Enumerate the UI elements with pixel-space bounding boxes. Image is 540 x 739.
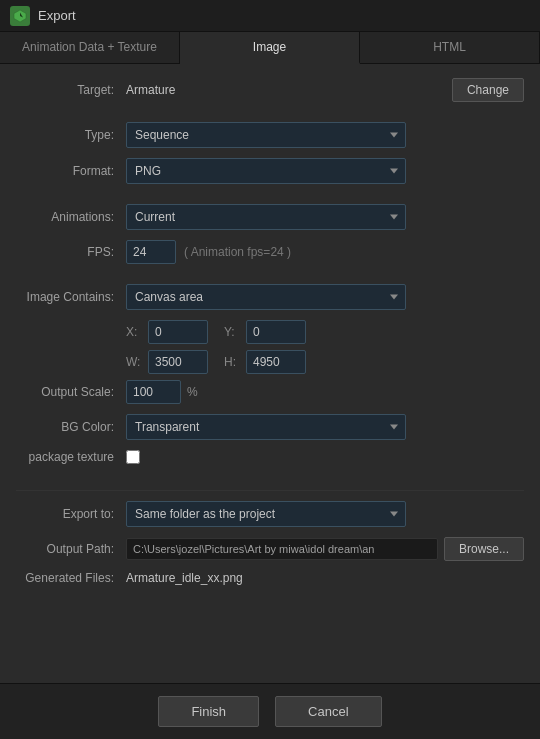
fps-note: ( Animation fps=24 )	[184, 245, 291, 259]
footer: Finish Cancel	[0, 683, 540, 739]
x-label: X:	[126, 325, 142, 339]
cancel-button[interactable]: Cancel	[275, 696, 381, 727]
tab-image[interactable]: Image	[180, 32, 360, 64]
image-contains-label: Image Contains:	[16, 290, 126, 304]
main-content: Target: Armature Change Type: Sequence S…	[0, 64, 540, 678]
title-bar-text: Export	[38, 8, 76, 23]
export-to-select-wrap: Same folder as the project Custom folder	[126, 501, 406, 527]
output-path-value: C:\Users\jozel\Pictures\Art by miwa\idol…	[126, 538, 438, 560]
bg-color-select-wrap: Transparent White Black Custom	[126, 414, 406, 440]
animations-label: Animations:	[16, 210, 126, 224]
package-texture-wrap	[126, 450, 140, 464]
image-contains-select[interactable]: Canvas area Sprite bounds Custom	[126, 284, 406, 310]
package-texture-row: package texture	[16, 450, 524, 464]
format-select-wrap: PNG JPG WebP	[126, 158, 406, 184]
xy-row: X: Y:	[126, 320, 524, 344]
output-path-row: Output Path: C:\Users\jozel\Pictures\Art…	[16, 537, 524, 561]
type-label: Type:	[16, 128, 126, 142]
fps-label: FPS:	[16, 245, 126, 259]
animations-select-wrap: Current All Selected	[126, 204, 406, 230]
bg-color-row: BG Color: Transparent White Black Custom	[16, 414, 524, 440]
app-icon	[10, 6, 30, 26]
type-select-wrap: Sequence Spritesheet Single	[126, 122, 406, 148]
title-bar: Export	[0, 0, 540, 32]
output-path-label: Output Path:	[16, 542, 126, 556]
generated-files-value: Armature_idle_xx.png	[126, 571, 243, 585]
generated-files-row: Generated Files: Armature_idle_xx.png	[16, 571, 524, 585]
browse-button[interactable]: Browse...	[444, 537, 524, 561]
y-input[interactable]	[246, 320, 306, 344]
target-label: Target:	[16, 83, 126, 97]
type-row: Type: Sequence Spritesheet Single	[16, 122, 524, 148]
export-to-row: Export to: Same folder as the project Cu…	[16, 501, 524, 527]
target-row: Target: Armature Change	[16, 78, 524, 102]
wh-row: W: H:	[126, 350, 524, 374]
scale-unit: %	[187, 385, 198, 399]
fps-row: FPS: ( Animation fps=24 )	[16, 240, 524, 264]
bg-color-label: BG Color:	[16, 420, 126, 434]
package-texture-checkbox[interactable]	[126, 450, 140, 464]
format-label: Format:	[16, 164, 126, 178]
format-select[interactable]: PNG JPG WebP	[126, 158, 406, 184]
animations-row: Animations: Current All Selected	[16, 204, 524, 230]
tab-animation[interactable]: Animation Data + Texture	[0, 32, 180, 63]
export-to-label: Export to:	[16, 507, 126, 521]
w-input[interactable]	[148, 350, 208, 374]
output-scale-input[interactable]	[126, 380, 181, 404]
change-button[interactable]: Change	[452, 78, 524, 102]
animations-select[interactable]: Current All Selected	[126, 204, 406, 230]
finish-button[interactable]: Finish	[158, 696, 259, 727]
generated-files-label: Generated Files:	[16, 571, 126, 585]
output-scale-label: Output Scale:	[16, 385, 126, 399]
output-scale-row: Output Scale: %	[16, 380, 524, 404]
xy-block: X: Y: W: H:	[126, 320, 524, 374]
tabs-bar: Animation Data + Texture Image HTML	[0, 32, 540, 64]
bg-color-select[interactable]: Transparent White Black Custom	[126, 414, 406, 440]
fps-input[interactable]	[126, 240, 176, 264]
format-row: Format: PNG JPG WebP	[16, 158, 524, 184]
export-to-select[interactable]: Same folder as the project Custom folder	[126, 501, 406, 527]
w-label: W:	[126, 355, 142, 369]
divider	[16, 490, 524, 491]
image-contains-select-wrap: Canvas area Sprite bounds Custom	[126, 284, 406, 310]
h-input[interactable]	[246, 350, 306, 374]
x-input[interactable]	[148, 320, 208, 344]
image-contains-row: Image Contains: Canvas area Sprite bound…	[16, 284, 524, 310]
h-label: H:	[224, 355, 240, 369]
target-value: Armature	[126, 83, 452, 97]
tab-html[interactable]: HTML	[360, 32, 540, 63]
package-texture-label: package texture	[16, 450, 126, 464]
type-select[interactable]: Sequence Spritesheet Single	[126, 122, 406, 148]
y-label: Y:	[224, 325, 240, 339]
